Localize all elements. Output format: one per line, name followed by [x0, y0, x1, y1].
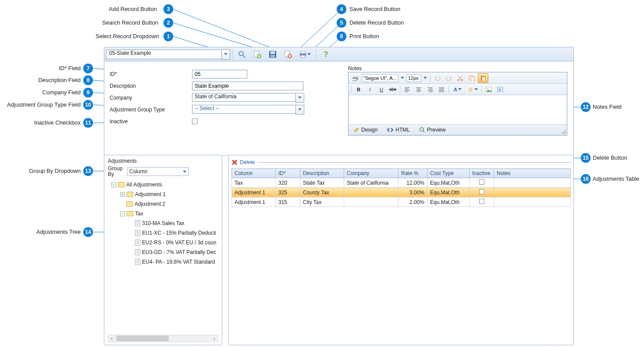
chevron-down-icon [458, 88, 462, 90]
callout-badge-8: 8 [83, 75, 93, 85]
col-header[interactable]: Company [344, 169, 398, 178]
callout-label-12: Notes Field [593, 104, 622, 110]
agt-select[interactable]: -- Select -- [192, 105, 304, 114]
bold-button[interactable]: B [353, 85, 364, 94]
tree-leaf[interactable]: 310-MA Sales Tax [108, 218, 218, 228]
font-size-drop[interactable] [422, 73, 428, 83]
notes-tab-html[interactable]: HTML [385, 125, 412, 135]
scroll-thumb[interactable] [116, 336, 169, 341]
company-select-value[interactable]: State of Cailfornia [192, 93, 295, 102]
callout-badge-16: 16 [581, 174, 591, 184]
inactive-cell-checkbox[interactable] [479, 179, 484, 185]
insert-image-button[interactable] [484, 85, 494, 94]
tree-node[interactable]: −Tax [108, 209, 218, 218]
align-center-button[interactable] [413, 85, 424, 94]
notes-textarea[interactable] [349, 95, 567, 124]
adjustments-table[interactable]: Column ID* Description Company Rate % Co… [231, 168, 571, 207]
search-icon [238, 50, 246, 58]
tree-root[interactable]: −All Adjustments [108, 180, 218, 190]
delete-page-icon [284, 50, 292, 58]
cut-button[interactable] [455, 73, 466, 83]
notes-tab-preview[interactable]: Preview [418, 125, 448, 135]
callout-label-10: Adjustment Group Type Field [3, 101, 81, 108]
undo-button[interactable] [432, 73, 443, 83]
svg-rect-24 [270, 55, 275, 57]
tree-leaf[interactable]: EU2-RS - 0% VAT EU / 3d coun [108, 238, 218, 247]
record-select-dropdown-button[interactable] [222, 49, 230, 60]
align-right-button[interactable] [425, 85, 435, 94]
tree-leaf[interactable]: EU4- PA - 19,6% VAT Standard [108, 257, 218, 267]
notes-tab-design[interactable]: Design [352, 125, 379, 135]
collapse-icon[interactable]: − [120, 211, 125, 216]
svg-point-66 [565, 132, 566, 132]
align-right-icon [427, 87, 433, 92]
description-input[interactable] [192, 82, 303, 90]
company-select-button[interactable] [295, 93, 304, 103]
group-by-value: Column [129, 168, 147, 175]
table-row[interactable]: Tax 320 State Tax State of Cailfornia 12… [232, 178, 571, 188]
record-select-value[interactable]: 05-State Example [106, 50, 222, 59]
print-button[interactable] [296, 48, 314, 61]
group-by-label: Group By [108, 166, 125, 177]
align-left-button[interactable] [402, 85, 413, 94]
svg-point-67 [562, 133, 563, 134]
add-record-button[interactable] [250, 48, 264, 61]
delete-record-button[interactable] [281, 48, 295, 61]
company-select[interactable]: State of Cailfornia [192, 93, 304, 103]
callout-badge-1: 1 [164, 32, 173, 41]
font-size-input[interactable] [406, 74, 421, 82]
delete-button[interactable]: Delete [240, 159, 255, 165]
callout-label-7: ID* Field [53, 65, 81, 72]
id-input[interactable] [192, 70, 247, 79]
spellcheck-button[interactable]: ABC [350, 73, 361, 83]
align-justify-button[interactable] [436, 85, 447, 94]
save-record-button[interactable] [266, 48, 280, 61]
col-header[interactable]: ID* [276, 169, 300, 178]
font-family-input[interactable] [362, 74, 398, 82]
callout-label-13: Group By Dropdown [28, 168, 81, 174]
inactive-cell-checkbox[interactable] [479, 189, 484, 194]
col-header[interactable]: Column [232, 169, 276, 178]
tree-h-scrollbar[interactable]: ‹ › [108, 335, 218, 342]
tree-leaf[interactable]: EU1-XC - 15% Partially Deducti [108, 228, 218, 238]
col-header[interactable]: Cost Type [427, 169, 470, 178]
insert-field-button[interactable]: A [495, 85, 505, 94]
table-row[interactable]: Adjustment 1 325 County Tax 3.00% Equ,Ma… [232, 188, 571, 197]
group-by-dropdown[interactable]: Column [127, 167, 189, 176]
resize-grip-icon[interactable] [562, 130, 566, 134]
agt-select-value[interactable]: -- Select -- [192, 105, 295, 114]
col-header[interactable]: Rate % [398, 169, 427, 178]
help-button[interactable]: ? [319, 48, 333, 61]
underline-button[interactable]: U [376, 85, 387, 94]
table-row[interactable]: Adjustment 1 315 City Tax 2.00% Equ,Mat,… [232, 197, 571, 207]
paste-button[interactable] [478, 73, 488, 83]
redo-button[interactable] [444, 73, 454, 83]
tree-node[interactable]: Adjustment 2 [108, 199, 218, 209]
font-color-button[interactable]: A [451, 85, 465, 94]
agt-select-button[interactable] [295, 105, 304, 114]
copy-button[interactable] [466, 73, 477, 83]
highlight-button[interactable] [466, 85, 480, 94]
italic-button[interactable]: I [365, 85, 375, 94]
col-header[interactable]: Inactive [470, 169, 494, 178]
font-family-drop[interactable] [399, 73, 406, 83]
scroll-left-icon[interactable]: ‹ [108, 336, 115, 342]
adjustments-tree[interactable]: −All Adjustments +Adjustment 1 Adjustmen… [108, 180, 218, 267]
tree-node[interactable]: +Adjustment 1 [108, 190, 218, 199]
inactive-cell-checkbox[interactable] [479, 199, 484, 204]
svg-rect-30 [301, 51, 305, 54]
inactive-checkbox[interactable] [192, 118, 198, 124]
tree-leaf[interactable]: EU3-GD - 7% VAT Partially Dec [108, 247, 218, 257]
strike-button[interactable]: abe [388, 85, 398, 94]
align-justify-icon [438, 87, 445, 92]
search-record-button[interactable] [235, 48, 249, 61]
callout-label-8: Description Field [34, 77, 81, 83]
record-select[interactable]: 05-State Example [106, 49, 230, 60]
scroll-right-icon[interactable]: › [211, 336, 218, 342]
collapse-icon[interactable]: − [111, 182, 116, 187]
col-header[interactable]: Notes [494, 169, 571, 178]
expand-icon[interactable]: + [120, 192, 125, 197]
col-header[interactable]: Description [300, 169, 344, 178]
chevron-down-icon [423, 77, 427, 79]
adjustments-title: Adjustments [108, 158, 218, 164]
